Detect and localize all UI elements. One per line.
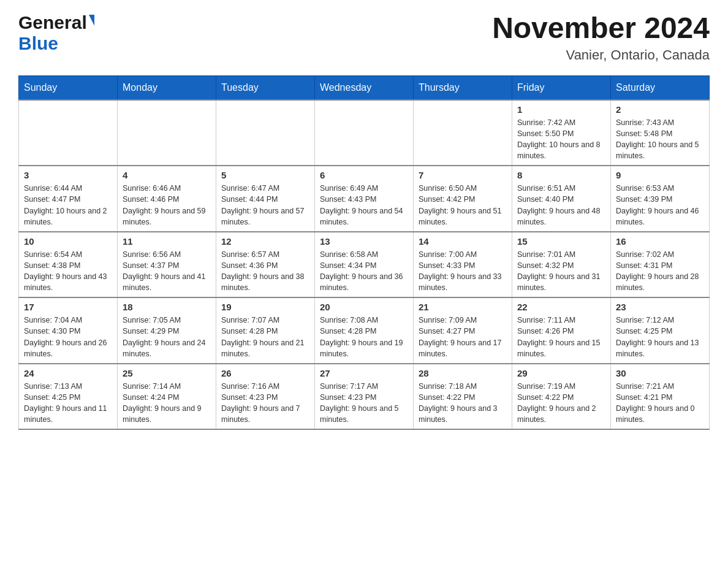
day-number: 14	[419, 236, 507, 247]
calendar-cell: 2Sunrise: 7:43 AMSunset: 5:48 PMDaylight…	[611, 100, 710, 166]
calendar-week-row: 24Sunrise: 7:13 AMSunset: 4:25 PMDayligh…	[19, 364, 710, 430]
calendar-cell: 11Sunrise: 6:56 AMSunset: 4:37 PMDayligh…	[118, 232, 216, 298]
day-number: 2	[616, 104, 704, 115]
day-number: 6	[320, 170, 408, 180]
calendar-cell: 1Sunrise: 7:42 AMSunset: 5:50 PMDaylight…	[512, 100, 611, 166]
calendar-cell	[19, 100, 118, 166]
day-number: 24	[24, 368, 112, 378]
calendar-cell: 21Sunrise: 7:09 AMSunset: 4:27 PMDayligh…	[414, 297, 512, 364]
month-year-title: November 2024	[492, 12, 710, 45]
calendar-cell	[216, 100, 315, 166]
calendar-cell: 14Sunrise: 7:00 AMSunset: 4:33 PMDayligh…	[414, 232, 512, 298]
title-block: November 2024 Vanier, Ontario, Canada	[492, 12, 710, 63]
day-info: Sunrise: 6:49 AMSunset: 4:43 PMDaylight:…	[320, 183, 408, 228]
day-info: Sunrise: 7:05 AMSunset: 4:29 PMDaylight:…	[123, 315, 211, 359]
day-number: 4	[123, 170, 211, 180]
day-info: Sunrise: 7:21 AMSunset: 4:21 PMDaylight:…	[616, 381, 704, 426]
calendar-week-row: 3Sunrise: 6:44 AMSunset: 4:47 PMDaylight…	[19, 166, 710, 232]
day-number: 15	[517, 236, 605, 247]
day-info: Sunrise: 6:58 AMSunset: 4:34 PMDaylight:…	[320, 249, 408, 294]
calendar-cell: 28Sunrise: 7:18 AMSunset: 4:22 PMDayligh…	[414, 364, 512, 430]
calendar-cell	[414, 100, 512, 166]
calendar-header-saturday: Saturday	[611, 75, 710, 100]
day-number: 18	[123, 302, 211, 312]
day-number: 8	[517, 170, 605, 180]
calendar-header-sunday: Sunday	[19, 75, 118, 100]
calendar-cell: 17Sunrise: 7:04 AMSunset: 4:30 PMDayligh…	[19, 297, 118, 364]
logo-general-text: General	[18, 12, 87, 33]
day-info: Sunrise: 6:54 AMSunset: 4:38 PMDaylight:…	[24, 249, 112, 294]
calendar-cell: 23Sunrise: 7:12 AMSunset: 4:25 PMDayligh…	[611, 297, 710, 364]
calendar-header-tuesday: Tuesday	[216, 75, 315, 100]
page-header: General Blue November 2024 Vanier, Ontar…	[18, 12, 710, 63]
calendar-cell: 9Sunrise: 6:53 AMSunset: 4:39 PMDaylight…	[611, 166, 710, 232]
day-info: Sunrise: 6:47 AMSunset: 4:44 PMDaylight:…	[221, 183, 309, 228]
calendar-header-row: SundayMondayTuesdayWednesdayThursdayFrid…	[19, 75, 710, 100]
calendar-header-thursday: Thursday	[414, 75, 512, 100]
day-info: Sunrise: 6:57 AMSunset: 4:36 PMDaylight:…	[221, 249, 309, 294]
calendar-header-wednesday: Wednesday	[315, 75, 414, 100]
day-number: 20	[320, 302, 408, 312]
calendar-cell: 29Sunrise: 7:19 AMSunset: 4:22 PMDayligh…	[512, 364, 611, 430]
calendar-cell: 6Sunrise: 6:49 AMSunset: 4:43 PMDaylight…	[315, 166, 414, 232]
day-number: 25	[123, 368, 211, 378]
day-info: Sunrise: 7:00 AMSunset: 4:33 PMDaylight:…	[419, 249, 507, 294]
calendar-table: SundayMondayTuesdayWednesdayThursdayFrid…	[18, 75, 710, 431]
day-info: Sunrise: 6:44 AMSunset: 4:47 PMDaylight:…	[24, 183, 112, 228]
day-info: Sunrise: 7:16 AMSunset: 4:23 PMDaylight:…	[221, 381, 309, 426]
calendar-header-friday: Friday	[512, 75, 611, 100]
logo-blue-text: Blue	[18, 33, 58, 53]
day-number: 1	[517, 104, 605, 115]
day-number: 19	[221, 302, 309, 312]
day-info: Sunrise: 6:46 AMSunset: 4:46 PMDaylight:…	[123, 183, 211, 228]
calendar-week-row: 17Sunrise: 7:04 AMSunset: 4:30 PMDayligh…	[19, 297, 710, 364]
calendar-cell	[315, 100, 414, 166]
day-info: Sunrise: 7:04 AMSunset: 4:30 PMDaylight:…	[24, 315, 112, 359]
logo: General Blue	[18, 12, 94, 54]
day-number: 21	[419, 302, 507, 312]
calendar-cell: 24Sunrise: 7:13 AMSunset: 4:25 PMDayligh…	[19, 364, 118, 430]
day-info: Sunrise: 7:14 AMSunset: 4:24 PMDaylight:…	[123, 381, 211, 426]
day-number: 28	[419, 368, 507, 378]
day-number: 30	[616, 368, 704, 378]
calendar-week-row: 10Sunrise: 6:54 AMSunset: 4:38 PMDayligh…	[19, 232, 710, 298]
calendar-cell: 4Sunrise: 6:46 AMSunset: 4:46 PMDaylight…	[118, 166, 216, 232]
day-info: Sunrise: 6:50 AMSunset: 4:42 PMDaylight:…	[419, 183, 507, 228]
calendar-cell: 18Sunrise: 7:05 AMSunset: 4:29 PMDayligh…	[118, 297, 216, 364]
logo-arrow-icon	[89, 15, 94, 26]
calendar-cell: 12Sunrise: 6:57 AMSunset: 4:36 PMDayligh…	[216, 232, 315, 298]
day-info: Sunrise: 6:51 AMSunset: 4:40 PMDaylight:…	[517, 183, 605, 228]
calendar-cell: 26Sunrise: 7:16 AMSunset: 4:23 PMDayligh…	[216, 364, 315, 430]
calendar-cell: 3Sunrise: 6:44 AMSunset: 4:47 PMDaylight…	[19, 166, 118, 232]
day-number: 16	[616, 236, 704, 247]
calendar-cell: 30Sunrise: 7:21 AMSunset: 4:21 PMDayligh…	[611, 364, 710, 430]
day-info: Sunrise: 6:53 AMSunset: 4:39 PMDaylight:…	[616, 183, 704, 228]
calendar-cell: 10Sunrise: 6:54 AMSunset: 4:38 PMDayligh…	[19, 232, 118, 298]
calendar-header-monday: Monday	[118, 75, 216, 100]
calendar-cell: 16Sunrise: 7:02 AMSunset: 4:31 PMDayligh…	[611, 232, 710, 298]
day-number: 11	[123, 236, 211, 247]
day-number: 10	[24, 236, 112, 247]
calendar-cell: 7Sunrise: 6:50 AMSunset: 4:42 PMDaylight…	[414, 166, 512, 232]
calendar-cell: 20Sunrise: 7:08 AMSunset: 4:28 PMDayligh…	[315, 297, 414, 364]
day-info: Sunrise: 7:01 AMSunset: 4:32 PMDaylight:…	[517, 249, 605, 294]
day-number: 17	[24, 302, 112, 312]
calendar-cell: 13Sunrise: 6:58 AMSunset: 4:34 PMDayligh…	[315, 232, 414, 298]
day-info: Sunrise: 7:18 AMSunset: 4:22 PMDaylight:…	[419, 381, 507, 426]
day-number: 3	[24, 170, 112, 180]
day-number: 7	[419, 170, 507, 180]
day-number: 26	[221, 368, 309, 378]
day-number: 22	[517, 302, 605, 312]
day-number: 9	[616, 170, 704, 180]
day-info: Sunrise: 7:09 AMSunset: 4:27 PMDaylight:…	[419, 315, 507, 359]
calendar-cell: 27Sunrise: 7:17 AMSunset: 4:23 PMDayligh…	[315, 364, 414, 430]
day-number: 27	[320, 368, 408, 378]
calendar-cell: 25Sunrise: 7:14 AMSunset: 4:24 PMDayligh…	[118, 364, 216, 430]
day-number: 12	[221, 236, 309, 247]
day-number: 29	[517, 368, 605, 378]
location-subtitle: Vanier, Ontario, Canada	[492, 47, 710, 63]
calendar-week-row: 1Sunrise: 7:42 AMSunset: 5:50 PMDaylight…	[19, 100, 710, 166]
day-info: Sunrise: 7:08 AMSunset: 4:28 PMDaylight:…	[320, 315, 408, 359]
calendar-cell: 19Sunrise: 7:07 AMSunset: 4:28 PMDayligh…	[216, 297, 315, 364]
day-info: Sunrise: 7:02 AMSunset: 4:31 PMDaylight:…	[616, 249, 704, 294]
